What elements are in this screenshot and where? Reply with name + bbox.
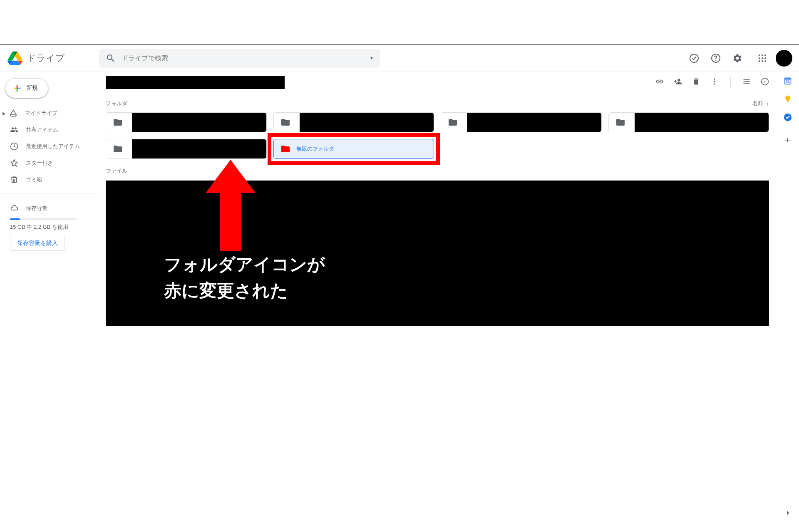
folder-icon <box>448 117 458 127</box>
svg-text:31: 31 <box>786 79 790 84</box>
folder-card[interactable] <box>273 112 434 132</box>
annotation-arrow-icon <box>206 160 256 251</box>
breadcrumb-redacted <box>106 76 285 89</box>
svg-point-2 <box>716 60 716 60</box>
svg-point-15 <box>714 83 715 84</box>
folder-card[interactable] <box>106 112 267 132</box>
selected-folder-label: 無題のフォルダ <box>296 145 334 153</box>
svg-point-0 <box>690 54 698 62</box>
info-icon[interactable] <box>761 77 769 87</box>
svg-point-6 <box>759 57 760 59</box>
search-input[interactable] <box>122 54 370 62</box>
folders-section-label: フォルダ <box>106 100 127 107</box>
folder-icon <box>280 117 290 127</box>
svg-point-13 <box>714 78 715 79</box>
caret-right-icon[interactable]: ▶ <box>2 111 9 116</box>
sidebar-item-shared[interactable]: 共有アイテム <box>0 121 99 138</box>
header: ドライブ ▼ <box>0 45 799 72</box>
side-panel: 31 + <box>776 72 799 532</box>
svg-point-4 <box>762 54 763 56</box>
apps-grid-icon[interactable] <box>754 50 771 67</box>
folder-card[interactable] <box>608 112 769 132</box>
search-options-dropdown-icon[interactable]: ▼ <box>370 56 374 60</box>
settings-gear-icon[interactable] <box>729 50 746 67</box>
arrow-up-icon: ↑ <box>767 101 769 107</box>
svg-point-8 <box>764 57 766 59</box>
folder-card[interactable] <box>106 139 267 159</box>
sidebar-divider <box>0 193 99 193</box>
folder-grid: 無題のフォルダ <box>106 112 769 159</box>
folder-icon <box>113 144 123 154</box>
search-bar[interactable]: ▼ <box>99 49 380 68</box>
calendar-icon[interactable]: 31 <box>784 77 792 85</box>
sidebar-recent-label: 最近使用したアイテム <box>26 143 80 150</box>
sort-label: 名前 <box>752 100 763 107</box>
folder-icon <box>113 117 123 127</box>
more-actions-icon[interactable] <box>710 77 719 87</box>
folder-card-selected[interactable]: 無題のフォルダ <box>273 139 434 159</box>
collapse-panel-icon[interactable] <box>784 509 792 519</box>
add-person-icon[interactable] <box>674 77 682 87</box>
sidebar-trash-label: ゴミ箱 <box>26 176 42 183</box>
sidebar-starred-label: スター付き <box>26 159 53 167</box>
svg-point-11 <box>764 60 766 62</box>
plus-icon <box>12 83 22 93</box>
sort-by-name[interactable]: 名前 ↑ <box>752 100 769 107</box>
recent-icon <box>10 142 18 151</box>
redacted-label <box>132 112 267 132</box>
folder-icon <box>615 117 625 127</box>
shared-icon <box>10 126 18 134</box>
sidebar-item-mydrive[interactable]: ▶ マイドライブ <box>0 105 99 121</box>
cloud-icon <box>10 204 18 213</box>
sidebar-item-starred[interactable]: スター付き <box>0 155 99 171</box>
breadcrumb-row <box>106 72 769 93</box>
page-top-whitespace <box>0 0 799 45</box>
account-avatar[interactable] <box>776 50 792 67</box>
storage-usage-text: 15 GB 中 2.2 GB を使用 <box>10 223 89 231</box>
files-section-label: ファイル <box>106 167 127 175</box>
folder-card[interactable] <box>441 112 602 132</box>
mydrive-icon <box>9 109 17 117</box>
storage-bar <box>10 218 77 220</box>
sidebar: 新規 ▶ マイドライブ 共有アイテム 最近使用したアイテム <box>0 72 99 532</box>
svg-point-9 <box>759 60 760 62</box>
redacted-label <box>132 139 267 159</box>
help-icon[interactable] <box>707 50 724 67</box>
search-icon <box>106 53 116 63</box>
sidebar-shared-label: 共有アイテム <box>26 126 58 134</box>
brand-text: ドライブ <box>27 52 65 64</box>
buy-storage-button[interactable]: 保存容量を購入 <box>10 236 65 251</box>
content-area: フォルダ 名前 ↑ <box>99 72 776 532</box>
list-view-icon[interactable] <box>742 77 751 87</box>
new-button-label: 新規 <box>26 84 38 92</box>
tasks-icon[interactable] <box>784 113 792 121</box>
svg-point-3 <box>759 54 760 56</box>
svg-point-7 <box>762 57 763 59</box>
svg-point-10 <box>762 60 763 62</box>
redacted-label <box>300 112 434 132</box>
trash-icon <box>10 176 18 184</box>
folder-icon-red <box>280 144 290 154</box>
sidebar-item-recent[interactable]: 最近使用したアイテム <box>0 138 99 155</box>
sidebar-item-storage[interactable]: 保存容量 <box>10 200 89 217</box>
storage-label: 保存容量 <box>26 205 47 212</box>
ready-offline-icon[interactable] <box>686 50 702 67</box>
delete-icon[interactable] <box>692 77 700 87</box>
redacted-label <box>467 112 602 132</box>
svg-point-14 <box>714 81 715 82</box>
action-divider <box>730 77 731 87</box>
new-button[interactable]: 新規 <box>5 78 48 98</box>
annotation-text: フォルダアイコンが 赤に変更された <box>164 251 325 304</box>
sidebar-mydrive-label: マイドライブ <box>25 109 57 117</box>
redacted-label <box>635 112 769 132</box>
get-link-icon[interactable] <box>655 77 664 87</box>
svg-point-5 <box>764 54 766 56</box>
files-area-redacted: フォルダアイコンが 赤に変更された <box>106 181 769 326</box>
add-addon-icon[interactable]: + <box>785 135 790 146</box>
sidebar-item-trash[interactable]: ゴミ箱 <box>0 171 99 188</box>
star-icon <box>10 159 18 167</box>
drive-logo-icon[interactable] <box>7 50 23 67</box>
keep-icon[interactable] <box>784 95 792 103</box>
